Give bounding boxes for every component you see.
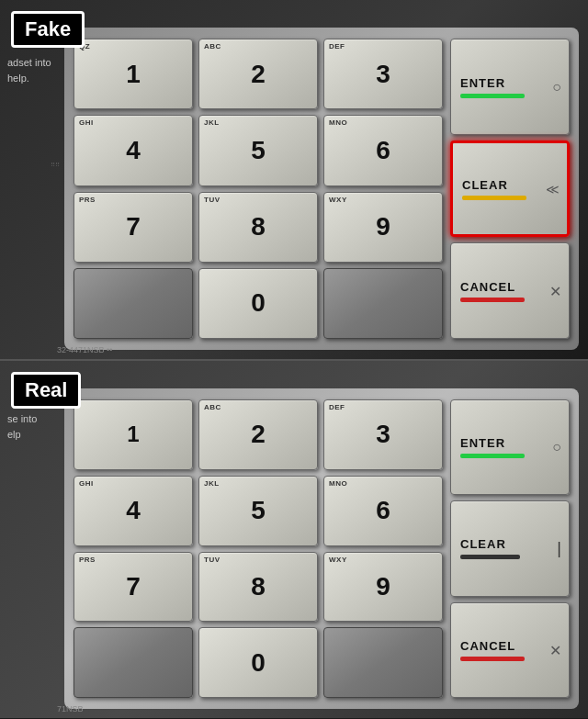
fake-badge: Fake	[11, 11, 85, 48]
serial-number: 32-4471NSB ••	[57, 345, 112, 354]
b-key-2[interactable]: ABC 2	[198, 399, 318, 470]
cancel-label: CANCEL	[460, 280, 515, 294]
enter-icon: ○	[552, 79, 561, 95]
b-enter-icon: ○	[552, 439, 561, 455]
key-3[interactable]: DEF 3	[323, 39, 443, 109]
key-1[interactable]: QZ 1	[74, 39, 193, 109]
b-key-9-num: 9	[376, 574, 390, 600]
key-7[interactable]: PRS 7	[74, 192, 193, 263]
cancel-icon: ✕	[549, 282, 561, 299]
braille-dots: ⠿⠿	[51, 162, 60, 169]
b-key-5-sub: JKL	[204, 479, 220, 488]
cancel-bar	[460, 298, 525, 302]
top-fn-keys: ENTER ○ CLEAR ≪ CANCEL ✕	[450, 39, 570, 339]
b-serial-number: 71NSB	[57, 704, 84, 713]
bottom-numpad: 1 ABC 2 DEF 3 GHI 4 JKL 5 MNO 6	[74, 399, 443, 698]
key-4-sub: GHI	[79, 118, 94, 127]
key-blank-left[interactable]	[74, 268, 193, 339]
enter-label: ENTER	[460, 76, 505, 90]
b-key-blank-right[interactable]	[323, 627, 443, 698]
key-6-num: 6	[376, 138, 390, 163]
b-key-8-sub: TUV	[204, 556, 220, 564]
b-key-blank-left[interactable]	[74, 627, 193, 698]
b-key-1[interactable]: 1	[74, 399, 193, 470]
b-key-9-sub: WXY	[329, 556, 347, 564]
b-key-8-num: 8	[251, 574, 266, 600]
key-8-num: 8	[251, 214, 266, 240]
key-3-sub: DEF	[329, 42, 345, 51]
b-key-6[interactable]: MNO 6	[323, 476, 443, 546]
key-8-sub: TUV	[204, 196, 220, 204]
key-8[interactable]: TUV 8	[198, 192, 318, 263]
key-5-num: 5	[251, 138, 266, 163]
key-7-num: 7	[126, 214, 141, 240]
b-key-3-num: 3	[376, 421, 390, 447]
key-6[interactable]: MNO 6	[323, 115, 443, 185]
b-enter-bar	[460, 454, 525, 458]
key-9-sub: WXY	[329, 196, 347, 204]
top-panel: Fake adset intohelp. QZ 1 ABC 2 DEF 3 GH…	[0, 0, 588, 359]
b-key-7-num: 7	[126, 574, 141, 600]
b-clear-key[interactable]: CLEAR |	[450, 500, 570, 596]
real-badge: Real	[11, 372, 81, 409]
clear-icon: ≪	[546, 182, 560, 197]
key-2-num: 2	[251, 62, 266, 87]
top-numpad: QZ 1 ABC 2 DEF 3 GHI 4 JKL 5 MNO 6	[74, 39, 443, 339]
key-2[interactable]: ABC 2	[198, 39, 318, 109]
b-key-7[interactable]: PRS 7	[74, 552, 193, 623]
b-key-2-num: 2	[251, 421, 266, 447]
b-key-4-sub: GHI	[79, 479, 94, 488]
bottom-keypad: 1 ABC 2 DEF 3 GHI 4 JKL 5 MNO 6	[64, 388, 579, 709]
key-5[interactable]: JKL 5	[198, 115, 318, 185]
enter-key[interactable]: ENTER ○	[450, 39, 570, 135]
key-blank-right[interactable]	[323, 268, 443, 339]
key-0-num: 0	[251, 290, 266, 316]
key-7-sub: PRS	[79, 196, 96, 204]
b-key-5[interactable]: JKL 5	[198, 476, 318, 546]
clear-label: CLEAR	[462, 178, 508, 192]
b-cancel-bar	[460, 657, 525, 661]
b-key-1-num: 1	[127, 423, 139, 445]
bottom-side-text: se intoelp	[7, 411, 62, 442]
key-1-num: 1	[126, 62, 141, 87]
key-4-num: 4	[126, 138, 141, 163]
b-clear-bar	[460, 555, 520, 559]
b-key-5-num: 5	[251, 498, 266, 523]
b-key-8[interactable]: TUV 8	[198, 552, 318, 623]
b-enter-key[interactable]: ENTER ○	[450, 399, 570, 495]
key-6-sub: MNO	[329, 118, 347, 127]
b-key-2-sub: ABC	[204, 403, 221, 411]
clear-key[interactable]: CLEAR ≪	[450, 140, 570, 237]
bottom-panel: Real se intoelp 1 ABC 2 DEF 3 GHI 4 JKL …	[0, 359, 588, 718]
b-cancel-icon: ✕	[549, 641, 561, 658]
cancel-key[interactable]: CANCEL ✕	[450, 242, 570, 339]
b-clear-icon: |	[557, 539, 561, 558]
key-0[interactable]: 0	[198, 268, 318, 339]
key-9[interactable]: WXY 9	[323, 192, 443, 263]
b-key-7-sub: PRS	[79, 556, 96, 564]
b-key-6-sub: MNO	[329, 479, 347, 488]
key-9-num: 9	[376, 214, 390, 240]
top-keypad: QZ 1 ABC 2 DEF 3 GHI 4 JKL 5 MNO 6	[64, 28, 579, 350]
b-key-6-num: 6	[376, 498, 390, 523]
b-enter-label: ENTER	[460, 436, 505, 450]
b-key-9[interactable]: WXY 9	[323, 552, 443, 623]
key-2-sub: ABC	[204, 42, 221, 51]
b-key-3-sub: DEF	[329, 403, 345, 411]
key-4[interactable]: GHI 4	[74, 115, 193, 185]
b-cancel-label: CANCEL	[460, 639, 515, 653]
b-key-4-num: 4	[126, 498, 141, 523]
enter-bar	[460, 94, 525, 98]
bottom-fn-keys: ENTER ○ CLEAR | CANCEL ✕	[450, 399, 570, 698]
key-5-sub: JKL	[204, 118, 220, 127]
key-3-num: 3	[376, 62, 390, 87]
b-cancel-key[interactable]: CANCEL ✕	[450, 602, 570, 698]
b-key-3[interactable]: DEF 3	[323, 399, 443, 470]
b-key-0-num: 0	[251, 650, 266, 676]
clear-bar	[462, 196, 526, 200]
b-key-0[interactable]: 0	[198, 627, 318, 698]
top-side-text: adset intohelp.	[7, 55, 62, 85]
b-key-4[interactable]: GHI 4	[74, 476, 193, 546]
b-clear-label: CLEAR	[460, 537, 506, 551]
